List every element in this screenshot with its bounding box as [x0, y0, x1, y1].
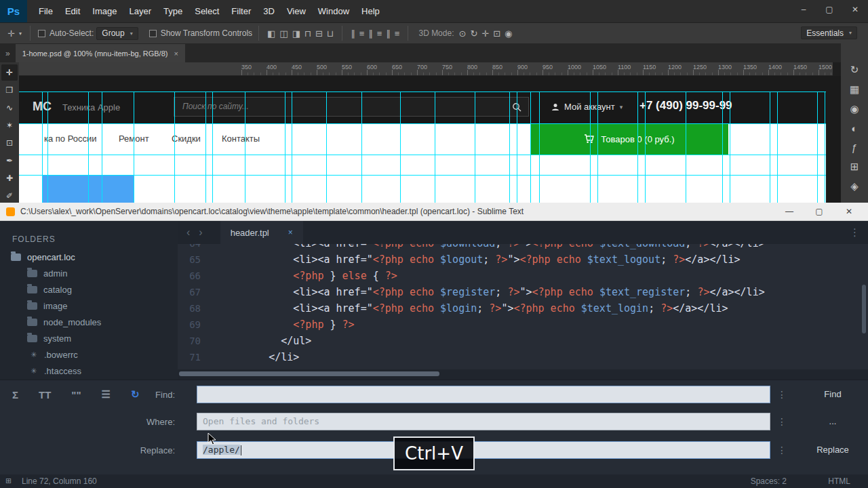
auto-select-checkbox[interactable] — [38, 30, 45, 37]
brush-tool-icon[interactable]: ✐ — [1, 188, 18, 204]
ruler-tick: 1500 — [818, 64, 832, 70]
show-context-icon[interactable]: ☰ — [102, 388, 111, 401]
move-tool-icon[interactable]: ✛ — [1, 64, 18, 81]
distribute-vertical-centers-icon[interactable]: ≡ — [359, 28, 365, 39]
3d-scale-icon[interactable]: ◉ — [505, 28, 512, 39]
marquee-tool-icon[interactable]: ❒ — [1, 82, 18, 98]
find-input[interactable] — [197, 386, 770, 403]
auto-select-target-dropdown[interactable]: Group ▾ — [96, 27, 138, 40]
tab-nav-forward-icon[interactable]: › — [199, 226, 202, 239]
3d-slide-icon[interactable]: ⊡ — [493, 28, 500, 39]
regex-icon[interactable]: Σ — [12, 389, 18, 401]
tool-preset-caret-icon[interactable]: ▾ — [19, 30, 22, 37]
find-button[interactable]: Find — [800, 386, 865, 403]
preview-panel-icon[interactable]: ◉ — [850, 103, 859, 115]
code-editor[interactable]: 64 <li><a href="<?php echo $download; ?>… — [178, 244, 868, 369]
horizontal-scrollbar-thumb[interactable] — [179, 371, 439, 376]
align-top-edges-icon[interactable]: ⊓ — [304, 28, 311, 39]
menu-3d[interactable]: 3D — [257, 0, 281, 22]
ps-window-close-button[interactable]: ✕ — [842, 0, 868, 19]
find-options-menu-icon[interactable]: ⋮ — [777, 389, 787, 400]
crop-tool-icon[interactable]: ⊡ — [1, 135, 18, 151]
sidebar-item-node_modules[interactable]: node_modules — [0, 314, 178, 330]
distribute-left-edges-icon[interactable]: ≡ — [377, 28, 382, 39]
sublime-window-close-button[interactable]: ✕ — [834, 203, 864, 221]
more-button[interactable]: ... — [800, 413, 865, 430]
ps-window-maximize-button[interactable]: ▢ — [816, 0, 842, 19]
sidebar-item-label: .bowerrc — [44, 350, 78, 360]
align-right-edges-icon[interactable]: ◨ — [292, 28, 300, 39]
healing-brush-tool-icon[interactable]: ✚ — [1, 170, 18, 186]
effects-panel-icon[interactable]: ƒ — [852, 142, 857, 153]
distribute-horizontal-centers-icon[interactable]: ∥ — [386, 28, 391, 39]
sidebar-item-system[interactable]: system — [0, 330, 178, 346]
sublime-titlebar[interactable]: C:\Users\alex\_work\OpenServer\domains\o… — [0, 203, 868, 221]
menu-view[interactable]: View — [281, 0, 312, 22]
swatches-panel-icon[interactable]: ▦ — [850, 83, 859, 96]
document-tab[interactable]: 1-home.psd @ 100% (mnu-item-bg, RGB/8) × — [16, 44, 185, 62]
collapse-panels-icon[interactable]: » — [5, 49, 10, 58]
sidebar-item-image[interactable]: image — [0, 298, 178, 314]
distribute-bottom-edges-icon[interactable]: ∥ — [368, 28, 373, 39]
move-tool-badge-icon[interactable]: ✛ — [7, 28, 15, 39]
ps-window-minimize-button[interactable]: – — [791, 0, 816, 19]
sidebar-item-admin[interactable]: admin — [0, 265, 178, 281]
sync-panel-icon[interactable]: ↻ — [850, 64, 859, 76]
eyedropper-tool-icon[interactable]: ✒ — [1, 152, 18, 169]
menu-type[interactable]: Type — [157, 0, 189, 22]
align-left-edges-icon[interactable]: ◧ — [267, 28, 275, 39]
sublime-window-minimize-button[interactable]: — — [774, 203, 804, 221]
whole-word-icon[interactable]: "" — [71, 389, 81, 401]
menu-file[interactable]: File — [33, 0, 59, 22]
structure-panel-icon[interactable]: ⊞ — [850, 161, 859, 173]
overflow-menu-icon[interactable]: ⋮ — [850, 226, 860, 239]
adjustments-panel-icon[interactable]: ◐ — [851, 123, 857, 134]
3d-roll-icon[interactable]: ↻ — [470, 28, 477, 39]
sidebar-item-catalog[interactable]: catalog — [0, 281, 178, 298]
vertical-scrollbar-thumb[interactable] — [862, 285, 866, 333]
sidebar-item-bowerrc[interactable]: ✳.bowerrc — [0, 346, 178, 363]
code-line: 69 <?php } ?> — [178, 317, 868, 333]
menu-help[interactable]: Help — [355, 0, 386, 22]
file-icon: ✳ — [28, 350, 39, 359]
sublime-window-maximize-button[interactable]: ▢ — [804, 203, 834, 221]
menu-filter[interactable]: Filter — [225, 0, 257, 22]
close-icon[interactable]: × — [288, 228, 293, 237]
tab-header-tpl[interactable]: header.tpl × — [220, 221, 303, 244]
menu-select[interactable]: Select — [189, 0, 225, 22]
workspace-switcher-dropdown[interactable]: Essentials ▾ — [801, 26, 857, 39]
3d-orbit-icon[interactable]: ⊙ — [458, 28, 466, 39]
show-transform-controls-checkbox[interactable] — [149, 30, 157, 37]
case-sensitive-icon[interactable]: TT — [39, 389, 51, 401]
code-line: 66 <?php } else { ?> — [178, 268, 868, 284]
distribute-right-edges-icon[interactable]: ≡ — [395, 28, 400, 39]
where-options-menu-icon[interactable]: ⋮ — [777, 416, 787, 427]
syntax-setting[interactable]: HTML — [828, 476, 850, 486]
distribute-top-edges-icon[interactable]: ∥ — [351, 28, 355, 39]
tab-nav-back-icon[interactable]: ‹ — [186, 226, 190, 239]
align-vertical-centers-icon[interactable]: ⊟ — [315, 28, 323, 39]
menu-edit[interactable]: Edit — [59, 0, 86, 22]
menu-window[interactable]: Window — [312, 0, 355, 22]
code-line-text: <li><a href="<?php echo $register; ?>"><… — [210, 284, 765, 300]
where-input[interactable]: Open files and folders — [197, 413, 770, 430]
3d-pan-icon[interactable]: ✛ — [481, 28, 489, 39]
align-bottom-edges-icon[interactable]: ⊔ — [327, 28, 334, 39]
horizontal-ruler[interactable]: 3504004505005506006507007508008509009501… — [19, 62, 833, 76]
menu-image[interactable]: Image — [86, 0, 123, 22]
magic-wand-tool-icon[interactable]: ✶ — [1, 117, 18, 134]
sidebar-item-opencart.loc[interactable]: opencart.loc — [0, 249, 178, 265]
align-horizontal-centers-icon[interactable]: ◫ — [279, 28, 288, 39]
replace-button[interactable]: Replace — [800, 441, 865, 459]
sidebar-item-htaccess[interactable]: ✳.htaccess — [0, 363, 178, 379]
close-icon[interactable]: × — [174, 49, 178, 58]
horizontal-scrollbar[interactable] — [178, 369, 868, 380]
photoshop-canvas[interactable]: МС Техника Apple Поиск по сайту... Мой а… — [19, 76, 841, 203]
replace-options-menu-icon[interactable]: ⋮ — [777, 445, 787, 455]
replace-input[interactable]: /apple/ — [197, 441, 770, 459]
indentation-setting[interactable]: Spaces: 2 — [751, 476, 787, 486]
folder-icon — [27, 302, 37, 310]
menu-layer[interactable]: Layer — [123, 0, 158, 22]
info-panel-icon[interactable]: ◈ — [850, 180, 859, 192]
lasso-tool-icon[interactable]: ∿ — [1, 100, 18, 116]
